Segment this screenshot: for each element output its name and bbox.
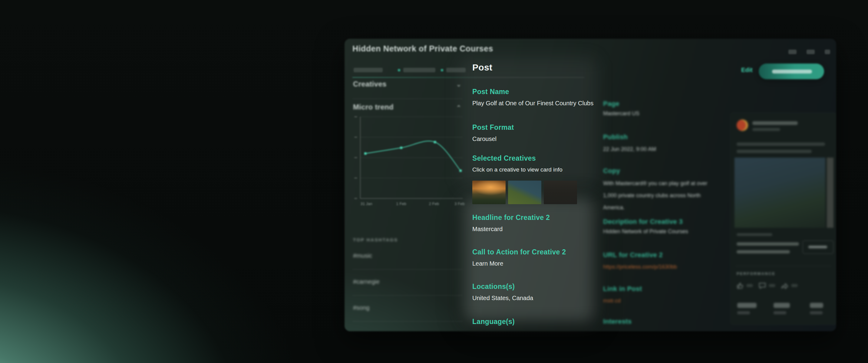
share-arrow-icon [781, 282, 789, 289]
tab-3-icon [441, 69, 443, 71]
languages-label: Language(s) [472, 318, 515, 326]
creative-url-link[interactable]: https://priceless.com/p/1630bb [603, 264, 677, 270]
share-icon[interactable] [788, 50, 797, 54]
share-count-blob [791, 284, 798, 287]
screenshot-stage: Hidden Network of Private Courses Edit C… [0, 0, 868, 363]
selected-creatives-label: Selected Creatives [472, 154, 536, 162]
preview-link-title-blob [737, 250, 790, 254]
preview-button-label-blob [808, 245, 827, 249]
headline-label: Headline for Creative 2 [472, 213, 550, 222]
close-icon[interactable] [825, 50, 830, 54]
divider [352, 99, 463, 99]
cta-label: Call to Action for Creative 2 [472, 248, 566, 256]
resize-icon[interactable] [807, 50, 815, 54]
creative-thumbnail-2[interactable] [508, 180, 541, 204]
page-avatar [737, 120, 748, 131]
post-format-value: Carousel [472, 135, 497, 142]
copy-line: 1,000 private country clubs across North [603, 189, 712, 201]
description-value: Hidden Network of Private Courses [603, 228, 688, 235]
preview-timestamp-blob [752, 128, 780, 131]
tab-2[interactable] [403, 68, 435, 72]
copy-line: America. [603, 201, 712, 213]
link-in-post-label: Link in Post [603, 285, 642, 293]
hashtag-item[interactable]: #song [353, 304, 370, 311]
headline-value: Mastercard [472, 226, 503, 233]
post-name-value: Play Golf at One of Our Finest Country C… [472, 100, 599, 107]
primary-action-button[interactable] [759, 64, 824, 79]
cta-value: Learn More [472, 260, 503, 267]
stat-label-blob [810, 311, 823, 314]
tab-1[interactable] [353, 68, 383, 72]
post-preview-card: PERFORMANCE [730, 112, 836, 325]
top-hashtags-label: TOP HASHTAGS [353, 237, 398, 242]
copy-line: With Mastercard® you can play golf at ov… [603, 177, 712, 189]
selected-creatives-hint: Click on a creative to view card info [472, 166, 562, 173]
micro-trend-section-header[interactable]: Micro trend [353, 103, 394, 111]
creative-thumbnail-3[interactable] [544, 180, 577, 204]
preview-creative-image [735, 158, 825, 228]
preview-copy-line-blob [737, 142, 825, 146]
creatives-section-header[interactable]: Creatives [353, 80, 386, 88]
hashtag-item[interactable]: #carnegie [353, 278, 380, 285]
preview-link-title-blob [737, 242, 799, 245]
page-label: Page [603, 100, 619, 108]
interests-label: Interests [603, 318, 631, 326]
preview-page-name-blob [752, 121, 798, 125]
stat-value-blob [810, 303, 823, 308]
url-label: URL for Creative 2 [603, 251, 663, 259]
post-name-label: Post Name [472, 88, 509, 96]
preview-copy-line-blob [737, 150, 812, 153]
preview-next-card-edge [827, 158, 834, 228]
edit-link[interactable]: Edit [741, 67, 753, 73]
svg-text:2 Feb: 2 Feb [429, 201, 439, 206]
publish-label: Publish [603, 133, 628, 141]
trend-line-chart: 31 Jan1 Feb2 Feb3 Feb [351, 114, 469, 210]
copy-label: Copy [603, 167, 620, 175]
stat-value-blob [737, 303, 756, 308]
description-label: Decription for Creative 3 [603, 218, 683, 226]
locations-label: Locations(s) [472, 283, 515, 291]
thumbs-up-icon [737, 282, 744, 289]
locations-value: United States, Canada [472, 295, 533, 302]
page-value: Mastercard US [603, 110, 640, 117]
preview-learn-more-button[interactable] [803, 240, 834, 254]
svg-text:31 Jan: 31 Jan [361, 201, 372, 206]
publish-value: 22 Jun 2022, 9:00 AM [603, 146, 656, 153]
post-popover-title: Post [472, 62, 492, 73]
comment-icon [758, 282, 766, 289]
micro-trend-chart: 31 Jan1 Feb2 Feb3 Feb [351, 114, 469, 210]
hashtag-item[interactable]: #music [353, 252, 372, 259]
comment-count-blob [769, 284, 775, 287]
preview-domain-blob [737, 233, 772, 236]
divider [352, 321, 463, 322]
tab-2-icon [398, 69, 400, 71]
primary-action-label-blob [772, 70, 812, 73]
copy-value: With Mastercard® you can play golf at ov… [603, 177, 712, 213]
post-format-label: Post Format [472, 124, 514, 132]
post-popover: Post Post Name Play Golf at One of Our F… [460, 58, 599, 331]
stat-label-blob [737, 311, 750, 314]
like-count-blob [746, 284, 753, 287]
post-link[interactable]: mstr.cd [603, 298, 621, 304]
divider [735, 266, 832, 266]
divider [352, 295, 463, 296]
performance-label: PERFORMANCE [737, 271, 775, 276]
svg-text:1 Feb: 1 Feb [396, 201, 406, 206]
creative-thumbnail-1[interactable] [472, 180, 505, 204]
stat-value-blob [774, 303, 790, 308]
campaign-title: Hidden Network of Private Courses [352, 44, 493, 54]
stat-label-blob [774, 311, 786, 314]
